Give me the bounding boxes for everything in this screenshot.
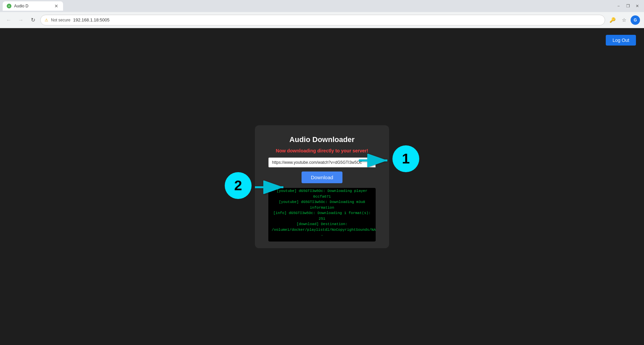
arrow-1 bbox=[357, 154, 391, 168]
browser-frame: A Audio D ✕ − ❐ ✕ ← → ↻ ⚠ Not secure 🔑 ☆… bbox=[0, 0, 644, 345]
status-text: Now downloading directly to your server! bbox=[268, 148, 376, 153]
key-icon[interactable]: 🔑 bbox=[608, 15, 617, 25]
tab-close-button[interactable]: ✕ bbox=[54, 3, 59, 9]
security-icon: ⚠ bbox=[45, 18, 48, 22]
tab-favicon: A bbox=[7, 4, 11, 8]
log-output: [youtube] Extracting URL:https://www.you… bbox=[268, 188, 376, 242]
download-button[interactable]: Download bbox=[302, 171, 343, 183]
titlebar: A Audio D ✕ − ❐ ✕ bbox=[0, 0, 644, 12]
close-button[interactable]: ✕ bbox=[633, 2, 641, 10]
browser-tab[interactable]: A Audio D ✕ bbox=[3, 1, 63, 11]
card-title: Audio Downloader bbox=[268, 135, 376, 144]
minimize-button[interactable]: − bbox=[614, 2, 623, 10]
annotation-circle-2: 2 bbox=[225, 172, 252, 199]
back-button[interactable]: ← bbox=[4, 15, 13, 25]
address-bar-wrapper: ⚠ Not secure bbox=[40, 15, 605, 25]
tab-title: Audio D bbox=[14, 4, 29, 8]
reload-button[interactable]: ↻ bbox=[28, 15, 38, 25]
annotation-circle-1: 1 bbox=[392, 145, 419, 172]
address-input[interactable] bbox=[73, 17, 601, 22]
toolbar-right: 🔑 ☆ G bbox=[608, 15, 640, 25]
profile-avatar[interactable]: G bbox=[631, 15, 640, 25]
forward-button[interactable]: → bbox=[16, 15, 25, 25]
restore-button[interactable]: ❐ bbox=[624, 2, 632, 10]
window-controls: − ❐ ✕ bbox=[614, 2, 641, 10]
logout-button[interactable]: Log Out bbox=[606, 35, 636, 46]
arrow-2 bbox=[253, 181, 287, 195]
bookmark-icon[interactable]: ☆ bbox=[619, 15, 629, 25]
browser-toolbar: ← → ↻ ⚠ Not secure 🔑 ☆ G bbox=[0, 12, 644, 28]
security-label: Not secure bbox=[51, 18, 70, 22]
browser-content: Log Out 1 Audio Downloa bbox=[0, 28, 644, 345]
card-container: 1 Audio Downloader Now downloading direc… bbox=[255, 125, 389, 248]
